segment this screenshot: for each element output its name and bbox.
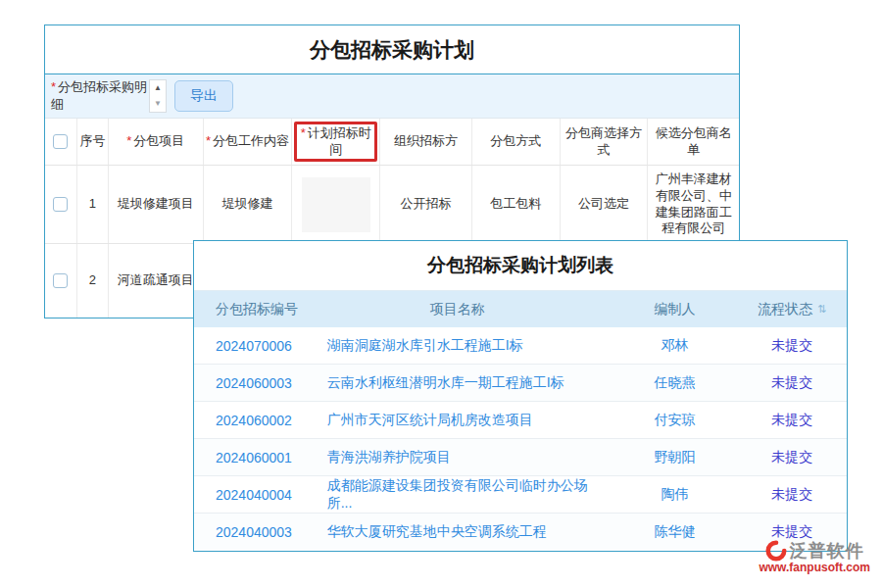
bid-code-link[interactable]: 2024060002 — [194, 402, 303, 438]
col-status: 流程状态⇅ — [737, 291, 847, 327]
watermark: 泛普软件 www.fanpusoft.com — [759, 539, 870, 574]
sort-icon[interactable]: ⇅ — [817, 303, 826, 316]
project-name-link[interactable]: 青海洪湖养护院项目 — [303, 439, 612, 475]
work-content-cell: 堤坝修建 — [204, 166, 293, 243]
required-mark: * — [51, 79, 56, 94]
list-rows: 2024070006 湖南洞庭湖水库引水工程施工I标 邓林 未提交 202406… — [194, 327, 847, 551]
col-seq: 序号 — [77, 119, 109, 165]
project-name-link[interactable]: 湖南洞庭湖水库引水工程施工I标 — [303, 327, 612, 364]
detail-field-label: *分包招标采购明细 — [51, 78, 149, 113]
project-cell: 河道疏通项目 — [109, 244, 204, 318]
row-checkbox-cell — [45, 166, 77, 243]
project-name-link[interactable]: 成都能源建设集团投资有限公司临时办公场所... — [303, 476, 612, 513]
col-project-name: 项目名称 — [303, 291, 612, 327]
select-all-checkbox[interactable] — [53, 134, 68, 149]
row-checkbox[interactable] — [53, 273, 68, 288]
project-name-link[interactable]: 广州市天河区统计局机房改造项目 — [303, 402, 612, 438]
list-title: 分包招标采购计划列表 — [194, 241, 847, 291]
author-text: 陈华健 — [612, 514, 738, 551]
author-text: 邓林 — [612, 327, 738, 364]
list-row[interactable]: 2024040004 成都能源建设集团投资有限公司临时办公场所... 陶伟 未提… — [194, 476, 847, 514]
seq-cell: 1 — [77, 166, 109, 243]
list-row[interactable]: 2024060002 广州市天河区统计局机房改造项目 付安琼 未提交 — [194, 402, 847, 439]
subcontract-method-cell: 包工包料 — [472, 166, 561, 243]
plan-bid-time-input[interactable] — [302, 177, 370, 232]
author-text: 野朝阳 — [612, 439, 738, 475]
col-author: 编制人 — [612, 291, 738, 327]
fanpu-logo-icon — [765, 540, 787, 562]
header-checkbox-cell — [45, 119, 77, 165]
status-badge: 未提交 — [737, 327, 847, 364]
field-label-text: 分包招标采购明细 — [51, 79, 147, 112]
project-name-link[interactable]: 云南水利枢纽潜明水库一期工程施工I标 — [303, 365, 612, 401]
status-badge: 未提交 — [737, 439, 847, 475]
author-text: 任晓燕 — [612, 365, 738, 401]
row-checkbox-cell — [45, 244, 77, 318]
list-row[interactable]: 2024070006 湖南洞庭湖水库引水工程施工I标 邓林 未提交 — [194, 327, 847, 365]
author-text: 付安琼 — [612, 402, 738, 438]
col-organizer: 组织招标方 — [380, 119, 472, 165]
chevron-down-icon[interactable]: ▼ — [154, 100, 162, 108]
col-project: *分包项目 — [109, 119, 204, 165]
selection-method-cell: 公司选定 — [561, 166, 649, 243]
page-title: 分包招标采购计划 — [45, 25, 739, 74]
watermark-brand: 泛普软件 — [790, 539, 864, 563]
chevron-up-icon[interactable]: ▲ — [154, 84, 162, 92]
status-badge: 未提交 — [737, 402, 847, 438]
col-subcontract-method: 分包方式 — [472, 119, 561, 165]
list-row[interactable]: 2024060001 青海洪湖养护院项目 野朝阳 未提交 — [194, 439, 847, 476]
list-table-header: 分包招标编号 项目名称 编制人 流程状态⇅ — [194, 291, 847, 327]
detail-table-header: 序号 *分包项目 *分包工作内容 *计划招标时间 组织招标方 分包方式 分包商选… — [45, 119, 739, 166]
collapse-spinner: ▲ ▼ — [149, 79, 167, 113]
col-plan-bid-time: *计划招标时间 — [292, 119, 380, 165]
status-badge: 未提交 — [737, 365, 847, 401]
table-row: 1 堤坝修建项目 堤坝修建 公开招标 包工包料 公司选定 广州丰泽建材有限公司、… — [45, 166, 739, 244]
highlight-box: *计划招标时间 — [294, 122, 377, 162]
candidates-cell: 广州丰泽建材有限公司、中建集团路面工程有限公司 — [648, 166, 739, 243]
list-row[interactable]: 2024060003 云南水利枢纽潜明水库一期工程施工I标 任晓燕 未提交 — [194, 365, 847, 402]
bid-code-link[interactable]: 2024060001 — [194, 439, 303, 475]
seq-cell: 2 — [77, 244, 109, 318]
watermark-url: www.fanpusoft.com — [759, 561, 870, 574]
row-checkbox[interactable] — [53, 197, 68, 212]
plan-bid-time-cell — [292, 166, 380, 243]
project-name-link[interactable]: 华软大厦研究基地中央空调系统工程 — [303, 514, 612, 551]
export-button[interactable]: 导出 — [174, 80, 233, 112]
organizer-cell: 公开招标 — [380, 166, 472, 243]
watermark-logo: 泛普软件 — [765, 539, 864, 563]
list-panel: 分包招标采购计划列表 分包招标编号 项目名称 编制人 流程状态⇅ 2024070… — [193, 240, 848, 552]
status-badge: 未提交 — [737, 476, 847, 513]
col-work-content: *分包工作内容 — [204, 119, 293, 165]
bid-code-link[interactable]: 2024060003 — [194, 365, 303, 401]
col-selection-method: 分包商选择方式 — [561, 119, 649, 165]
author-text: 陶伟 — [612, 476, 738, 513]
col-bid-code: 分包招标编号 — [194, 291, 303, 327]
bid-code-link[interactable]: 2024070006 — [194, 327, 303, 364]
toolbar: *分包招标采购明细 ▲ ▼ 导出 — [45, 74, 739, 119]
project-cell: 堤坝修建项目 — [109, 166, 204, 243]
col-candidates: 候选分包商名单 — [648, 119, 739, 165]
bid-code-link[interactable]: 2024040004 — [194, 476, 303, 513]
list-row[interactable]: 2024040003 华软大厦研究基地中央空调系统工程 陈华健 未提交 — [194, 514, 847, 551]
bid-code-link[interactable]: 2024040003 — [194, 514, 303, 551]
page: 分包招标采购计划 *分包招标采购明细 ▲ ▼ 导出 序号 *分包项目 *分包工作… — [0, 0, 882, 588]
